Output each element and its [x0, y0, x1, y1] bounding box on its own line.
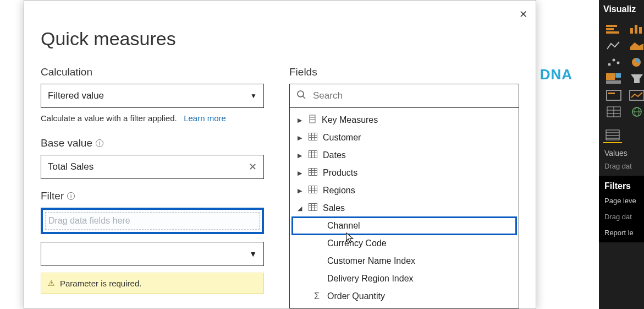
area-chart-icon[interactable]	[628, 39, 644, 53]
left-column: Calculation Filtered value ▼ Calculate a…	[41, 66, 264, 308]
fields-label: Fields	[289, 66, 519, 78]
stacked-bar-icon[interactable]	[604, 22, 623, 36]
filter-placeholder: Drag data fields here	[48, 216, 130, 226]
quick-measures-dialog: ✕ Quick measures Calculation Filtered va…	[24, 0, 536, 309]
column-name: Delivery Region Index	[327, 274, 414, 284]
caret-right-icon: ▶	[298, 117, 303, 124]
search-input[interactable]	[312, 90, 512, 102]
page-level-filters-label: Page leve	[599, 194, 644, 210]
page-filters-placeholder[interactable]: Drag dat	[599, 210, 644, 226]
svg-rect-35	[639, 27, 642, 34]
column-name: Customer Name Index	[327, 256, 415, 266]
report-level-filters-label: Report le	[599, 226, 644, 242]
chevron-down-icon: ▼	[249, 250, 257, 258]
dialog-title: Quick measures	[41, 28, 519, 50]
visualizations-pane: Visualiz	[599, 0, 644, 309]
fields-tree[interactable]: ▶Key Measures▶Customer▶Dates▶Products▶Re…	[289, 108, 519, 308]
filter-warning: ⚠ Parameter is required.	[41, 273, 264, 294]
close-icon[interactable]: ✕	[516, 7, 530, 21]
svg-marker-36	[630, 42, 643, 50]
filters-header: Filters	[599, 176, 644, 194]
tree-table-item[interactable]: ▶Dates	[290, 147, 519, 164]
svg-rect-5	[309, 133, 317, 140]
svg-rect-25	[309, 204, 317, 211]
info-icon[interactable]: i	[96, 139, 103, 147]
kpi-icon[interactable]	[628, 88, 644, 102]
table-icon	[309, 168, 317, 178]
treemap-icon[interactable]	[604, 72, 623, 86]
svg-point-39	[617, 62, 620, 64]
tree-column-item[interactable]: Channel	[292, 217, 516, 235]
tree-table-item[interactable]: ▶Customer	[290, 129, 519, 147]
filter-drop-zone[interactable]: Drag data fields here	[42, 209, 263, 233]
table-icon	[309, 186, 317, 196]
calculation-helper: Calculate a value with a filter applied.…	[41, 113, 264, 123]
fields-search[interactable]	[289, 84, 519, 108]
visualizations-header: Visualiz	[599, 0, 644, 20]
table-name: Regions	[323, 186, 355, 196]
funnel-icon[interactable]	[628, 72, 644, 86]
svg-line-1	[303, 96, 305, 99]
scatter-chart-icon[interactable]	[604, 55, 623, 69]
warning-icon: ⚠	[47, 279, 56, 288]
table-icon	[309, 150, 317, 160]
svg-rect-20	[309, 186, 317, 193]
base-value-text: Total Sales	[48, 161, 93, 172]
right-column: Fields ▶Key Measures▶Customer▶Dates▶Prod…	[289, 66, 519, 308]
measure-icon	[309, 115, 316, 126]
clear-base-value-icon[interactable]: ✕	[249, 161, 257, 173]
tree-column-item[interactable]: Currency Code	[290, 235, 519, 252]
visualizations-grid	[599, 20, 644, 124]
svg-rect-41	[606, 73, 615, 80]
pie-chart-icon[interactable]	[628, 55, 644, 69]
calculation-label: Calculation	[41, 66, 264, 78]
card-icon[interactable]	[604, 88, 623, 102]
calculation-select[interactable]: Filtered value ▼	[41, 84, 264, 108]
values-label: Values	[599, 143, 644, 160]
table-name: Dates	[323, 150, 346, 160]
tree-table-item[interactable]: ▶Products	[290, 164, 519, 182]
base-value-field[interactable]: Total Sales ✕	[41, 155, 264, 179]
brand-blue: DNA	[540, 66, 573, 83]
column-name: Channel	[327, 221, 360, 231]
svg-rect-46	[608, 93, 615, 94]
table-icon	[309, 203, 317, 213]
info-icon[interactable]: i	[67, 192, 75, 200]
filter-value-select[interactable]: ▼	[41, 242, 264, 266]
values-well-icon[interactable]	[603, 128, 622, 143]
svg-rect-43	[606, 80, 621, 84]
svg-rect-31	[606, 28, 614, 30]
base-value-label: Base value i	[41, 137, 264, 149]
values-placeholder[interactable]: Drag dat	[599, 160, 644, 176]
table-name: Products	[323, 168, 357, 178]
table-icon	[309, 133, 317, 143]
table-name: Customer	[323, 133, 361, 143]
svg-rect-34	[635, 25, 637, 34]
warning-text: Parameter is required.	[60, 279, 141, 288]
svg-marker-44	[631, 74, 643, 83]
line-chart-icon[interactable]	[604, 39, 623, 53]
tree-column-item[interactable]: Customer Name Index	[290, 252, 519, 270]
column-chart-icon[interactable]	[628, 22, 644, 36]
svg-rect-42	[615, 73, 621, 78]
column-name: Order Quantity	[327, 291, 385, 301]
learn-more-link[interactable]: Learn more	[184, 113, 226, 123]
filter-label: Filter i	[41, 190, 264, 202]
svg-point-38	[613, 59, 615, 62]
caret-right-icon: ▶	[298, 170, 303, 177]
table-viz-icon[interactable]	[604, 105, 623, 119]
tree-column-item[interactable]: ΣOrder Quantity	[290, 288, 519, 305]
tree-table-item[interactable]: ▶Regions	[290, 182, 519, 199]
svg-rect-2	[310, 115, 315, 123]
svg-point-37	[608, 63, 611, 66]
globe-icon[interactable]	[628, 105, 644, 119]
tree-column-item[interactable]: Delivery Region Index	[290, 270, 519, 288]
sigma-icon: Σ	[314, 291, 322, 301]
tree-table-item[interactable]: ▶Key Measures	[290, 111, 519, 129]
caret-down-icon: ◢	[298, 205, 303, 212]
svg-rect-45	[607, 90, 621, 100]
caret-right-icon: ▶	[298, 187, 303, 194]
chevron-down-icon: ▼	[250, 92, 257, 100]
column-name: Currency Code	[327, 238, 387, 248]
tree-table-item[interactable]: ◢Sales	[290, 199, 519, 217]
